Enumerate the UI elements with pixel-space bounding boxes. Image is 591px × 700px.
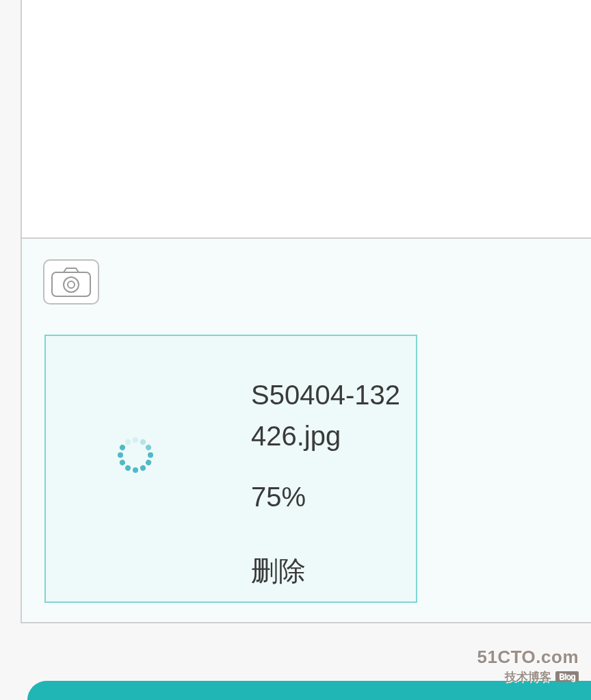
loading-spinner-icon (118, 437, 153, 473)
delete-button[interactable]: 删除 (251, 552, 306, 590)
camera-icon (51, 267, 91, 297)
svg-point-2 (68, 281, 75, 288)
watermark: 51CTO.com 技术博客Blog (477, 647, 579, 685)
camera-button[interactable] (43, 259, 99, 304)
svg-point-1 (64, 277, 79, 292)
content-blank-panel (21, 0, 591, 239)
upload-file-name: S50404-132426.jpg (251, 374, 408, 456)
upload-panel: S50404-132426.jpg 75% 删除 (21, 239, 591, 623)
watermark-line1: 51CTO.com (477, 647, 579, 668)
bottom-action-bar[interactable] (27, 681, 591, 700)
upload-progress-text: 75% (251, 482, 306, 513)
